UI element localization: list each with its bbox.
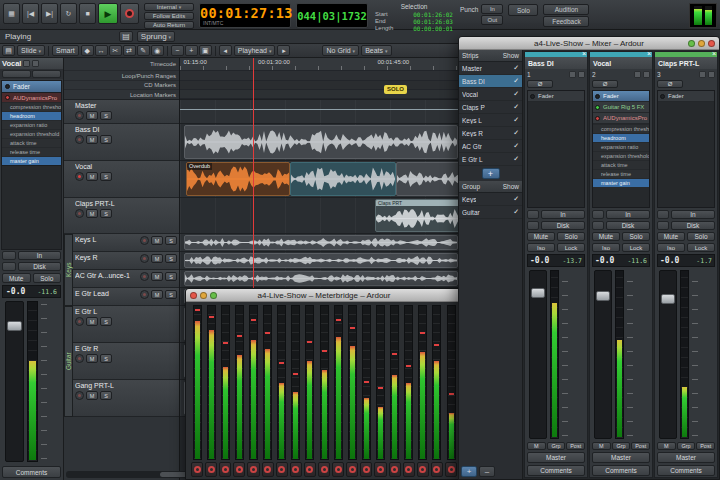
- stretch-tool[interactable]: ⇄: [123, 45, 136, 56]
- plugin-param[interactable]: expansion ratio: [2, 120, 61, 129]
- solo-button[interactable]: Solo: [622, 232, 650, 241]
- track-header-vocal[interactable]: VocalMS: [64, 161, 179, 198]
- gain-display[interactable]: -0.0 -11.6: [2, 285, 61, 298]
- strip-name-button[interactable]: Bass DI: [525, 57, 587, 69]
- close-icon[interactable]: ×: [647, 50, 651, 58]
- plugin-param[interactable]: master gain: [2, 156, 61, 165]
- track-lane-ac-gtr-a-unce-1[interactable]: [180, 270, 462, 288]
- visible-check[interactable]: ✓: [513, 90, 519, 98]
- group-tab-guitar[interactable]: Guitar: [64, 306, 73, 417]
- meter-point-button[interactable]: M: [592, 442, 611, 450]
- group-list-item[interactable]: Keys✓: [459, 193, 522, 206]
- metering-post-button[interactable]: Post: [631, 442, 650, 450]
- zoom-in[interactable]: +: [185, 45, 198, 56]
- ruler[interactable]: 01:15:0000:01:30:0000:01:45:00 SOLO: [180, 58, 462, 100]
- meterbridge-titlebar[interactable]: a4-Live-Show – Meterbridge – Ardour: [186, 289, 462, 302]
- visible-check[interactable]: ✓: [513, 103, 519, 111]
- fader-handle[interactable]: [596, 291, 610, 301]
- monitor-disk-button[interactable]: Disk: [541, 221, 585, 230]
- ruler-label-cd-markers[interactable]: CD Markers: [64, 81, 179, 90]
- punch-in-button[interactable]: In: [481, 4, 503, 14]
- phase-invert-button[interactable]: Ø: [657, 80, 683, 88]
- mute-button[interactable]: Mute: [527, 232, 555, 241]
- close-icon[interactable]: ×: [582, 50, 586, 58]
- strip-mini-button[interactable]: [708, 71, 715, 78]
- track-header-keys-l[interactable]: Keys LMS: [64, 234, 179, 252]
- mute-button[interactable]: M: [151, 290, 163, 299]
- solo-iso-button[interactable]: Iso: [527, 243, 555, 252]
- zoom-out[interactable]: −: [171, 45, 184, 56]
- track-header-master[interactable]: MasterMS: [64, 100, 179, 124]
- comments-button[interactable]: Comments: [592, 465, 650, 476]
- processor-plugin[interactable]: AUDynamicsPro: [2, 92, 61, 102]
- record-arm-button[interactable]: [403, 462, 415, 477]
- plugin-param[interactable]: master gain: [593, 178, 649, 187]
- solo-iso-button[interactable]: Iso: [592, 243, 620, 252]
- cd-markers-ruler[interactable]: [180, 81, 462, 90]
- minimize-icon[interactable]: [698, 40, 705, 47]
- track-name[interactable]: Master: [75, 101, 177, 110]
- plugin-param[interactable]: release time: [593, 169, 649, 178]
- strip-mini-button[interactable]: [634, 71, 641, 78]
- fader-handle[interactable]: [531, 288, 545, 298]
- strip-list-item[interactable]: Vocal✓: [459, 88, 522, 101]
- metering-post-button[interactable]: Post: [696, 442, 715, 450]
- track-lane-master[interactable]: [180, 100, 462, 124]
- remove-group-button[interactable]: –: [479, 466, 495, 477]
- mute-button[interactable]: M: [151, 236, 163, 245]
- primary-clock[interactable]: 00:01:27:13 INT/MTC: [199, 3, 291, 28]
- gain-fader[interactable]: [5, 301, 24, 462]
- plugin-param[interactable]: compression threshold: [2, 102, 61, 111]
- record-arm-button[interactable]: [431, 462, 443, 477]
- follow-edits-toggle[interactable]: Follow Edits: [144, 12, 194, 20]
- visible-check[interactable]: ✓: [513, 64, 519, 72]
- track-name[interactable]: Gang PRT-L: [75, 381, 177, 390]
- strip-name-button[interactable]: Vocal: [0, 58, 63, 69]
- plugin-param[interactable]: compression threshold: [593, 124, 649, 133]
- gain-display[interactable]: -0.0-1.7: [657, 254, 715, 267]
- gain-display[interactable]: -0.0-13.7: [527, 254, 585, 267]
- strip-list-item[interactable]: Keys R✓: [459, 127, 522, 140]
- track-name[interactable]: Vocal: [75, 162, 177, 171]
- draw-tool[interactable]: ✎: [137, 45, 150, 56]
- plugin-param[interactable]: attack time: [2, 138, 61, 147]
- cut-tool[interactable]: ✂: [109, 45, 122, 56]
- processor-fader[interactable]: Fader: [593, 91, 649, 102]
- mute-button[interactable]: M: [151, 272, 163, 281]
- output-button[interactable]: Master: [657, 452, 715, 463]
- solo-button[interactable]: S: [165, 272, 177, 281]
- trim-button[interactable]: [32, 70, 61, 78]
- strip-list-item[interactable]: Bass DI✓: [459, 75, 522, 88]
- record-arm-button[interactable]: [346, 462, 358, 477]
- gain-display[interactable]: -0.0-11.6: [592, 254, 650, 267]
- solo-marker-badge[interactable]: SOLO: [384, 85, 407, 94]
- goto-start-button[interactable]: |◀: [22, 3, 39, 24]
- strip-mini-button[interactable]: [32, 60, 39, 67]
- group-button[interactable]: Grp: [612, 442, 631, 450]
- layer-display-button[interactable]: ▤: [2, 45, 15, 56]
- record-arm-button[interactable]: [247, 462, 259, 477]
- audio-region[interactable]: [184, 271, 458, 286]
- audio-region[interactable]: [184, 125, 458, 159]
- record-arm-button[interactable]: [262, 462, 274, 477]
- track-lane-keys-l[interactable]: [180, 234, 462, 252]
- transport-options-button[interactable]: ▦: [3, 3, 20, 24]
- group-tab-keys[interactable]: Keys: [64, 234, 73, 306]
- feedback-button[interactable]: Feedback: [543, 16, 589, 27]
- zoom-icon[interactable]: [688, 40, 695, 47]
- strip-list-item[interactable]: Keys L✓: [459, 114, 522, 127]
- processor-fader[interactable]: Fader: [528, 91, 584, 102]
- close-icon[interactable]: [708, 40, 715, 47]
- record-arm-button[interactable]: [75, 391, 84, 400]
- add-group-button[interactable]: +: [461, 466, 477, 477]
- record-arm-button[interactable]: [276, 462, 288, 477]
- record-arm-button[interactable]: [75, 135, 84, 144]
- track-header-claps-prt-l[interactable]: Claps PRT-LMS: [64, 198, 179, 234]
- audio-region-claps[interactable]: Claps PRT: [375, 199, 460, 232]
- record-arm-button[interactable]: [233, 462, 245, 477]
- record-arm-button[interactable]: [205, 462, 217, 477]
- processor-fader[interactable]: Fader: [2, 81, 61, 92]
- phase-invert-button[interactable]: Ø: [527, 80, 553, 88]
- mute-button[interactable]: M: [151, 254, 163, 263]
- solo-button[interactable]: S: [100, 209, 112, 218]
